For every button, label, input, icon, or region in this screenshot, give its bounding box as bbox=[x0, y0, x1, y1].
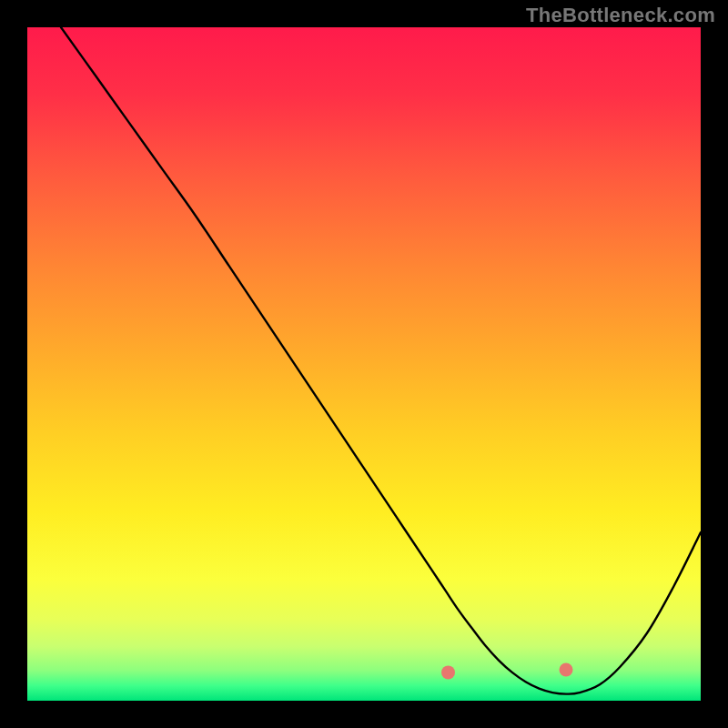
marker-dot bbox=[560, 662, 573, 676]
gradient-background bbox=[27, 27, 701, 701]
plot-svg bbox=[27, 27, 701, 701]
attribution-text: TheBottleneck.com bbox=[526, 4, 715, 27]
marker-dot bbox=[441, 665, 455, 679]
chart-frame: TheBottleneck.com bbox=[0, 0, 728, 728]
plot-area bbox=[27, 27, 701, 701]
